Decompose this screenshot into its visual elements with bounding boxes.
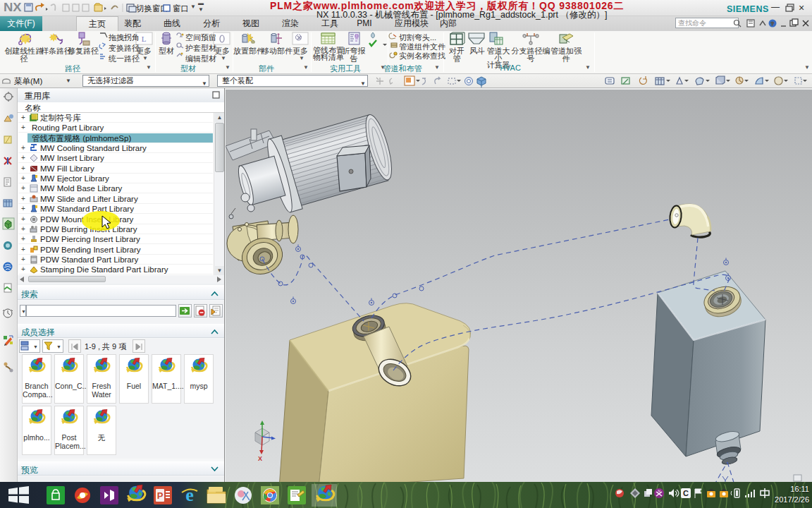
svg-text:C: C [683,489,689,497]
svg-text:?: ? [771,20,775,27]
svg-text:X: X [258,455,262,462]
svg-text:N: N [658,489,660,493]
svg-text:e: e [185,485,194,505]
svg-text:P: P [157,490,164,501]
svg-text:L: L [142,35,147,43]
